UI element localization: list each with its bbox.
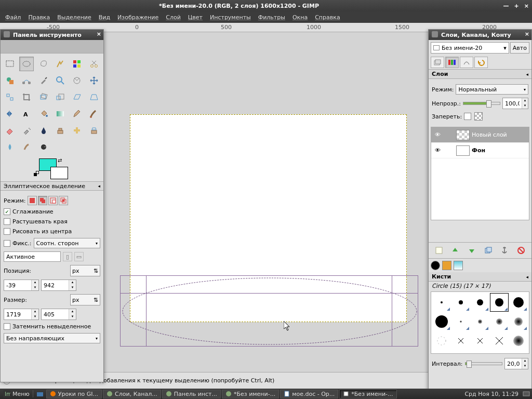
expand-icon[interactable]: ◂ xyxy=(98,183,100,189)
visibility-eye-icon[interactable]: 👁 xyxy=(431,131,444,138)
minimize-icon[interactable] xyxy=(432,31,438,37)
blur-tool[interactable] xyxy=(3,140,17,154)
from-center-checkbox[interactable] xyxy=(4,228,10,235)
orientation-portrait[interactable]: ▯ xyxy=(63,252,72,261)
layer-list[interactable]: 👁 Новый слой 👁 Фон xyxy=(431,127,529,220)
taskbar-item[interactable]: мое.doc - Op... xyxy=(280,390,338,398)
raise-layer-button[interactable] xyxy=(449,245,461,256)
default-colors-icon[interactable] xyxy=(34,171,39,176)
clone-tool[interactable] xyxy=(53,123,68,138)
brush-item[interactable] xyxy=(432,331,451,350)
layer-thumbnail[interactable] xyxy=(456,130,470,140)
brush-item[interactable] xyxy=(471,331,489,350)
brush-item[interactable] xyxy=(490,293,509,312)
scissors-select-tool[interactable] xyxy=(87,57,101,71)
expand-icon[interactable]: ◂ xyxy=(526,72,528,77)
active-input[interactable] xyxy=(4,251,61,262)
brush-item[interactable] xyxy=(451,293,470,312)
duplicate-layer-button[interactable] xyxy=(483,245,494,256)
menu-colors[interactable]: Цвет xyxy=(185,13,206,22)
brush-item[interactable] xyxy=(471,293,489,312)
close-icon[interactable]: × xyxy=(97,31,101,37)
menu-view[interactable]: Вид xyxy=(96,13,113,22)
measure-tool[interactable] xyxy=(70,73,84,88)
layer-row[interactable]: 👁 Новый слой xyxy=(431,127,529,143)
taskbar-item[interactable]: *Без имени-... xyxy=(339,390,396,398)
guides-select[interactable]: Без направляющих▾ xyxy=(4,333,100,343)
size-unit[interactable]: px⇅ xyxy=(70,294,100,305)
layer-row[interactable]: 👁 Фон xyxy=(431,143,529,158)
layer-name[interactable]: Новый слой xyxy=(472,131,507,138)
move-tool[interactable] xyxy=(87,73,101,88)
position-x[interactable]: ▴▾ xyxy=(4,280,39,291)
taskbar-item[interactable]: Уроки по GI... xyxy=(46,390,102,398)
brush-item[interactable] xyxy=(509,331,528,350)
clock[interactable]: Срд Ноя 10, 11:29 xyxy=(460,391,523,397)
tab-gradients-icon[interactable] xyxy=(454,261,463,270)
text-tool[interactable]: A xyxy=(19,107,34,121)
flip-tool[interactable] xyxy=(3,107,17,121)
start-menu[interactable]: lm Меню xyxy=(0,390,33,397)
tab-brushes-icon[interactable] xyxy=(431,261,440,270)
auto-button[interactable]: Авто xyxy=(510,42,529,54)
brush-item[interactable] xyxy=(432,312,451,331)
maximize-icon[interactable]: + xyxy=(514,3,519,9)
background-color[interactable] xyxy=(50,167,68,179)
tab-paths-icon[interactable] xyxy=(460,57,473,68)
tab-patterns-icon[interactable] xyxy=(442,261,451,270)
menu-windows[interactable]: Окна xyxy=(289,13,311,22)
brush-item[interactable] xyxy=(490,312,509,331)
darken-checkbox[interactable] xyxy=(4,323,10,330)
fuzzy-select-tool[interactable] xyxy=(53,57,68,71)
menu-tools[interactable]: Инструменты xyxy=(207,13,254,22)
layer-thumbnail[interactable] xyxy=(456,145,470,156)
taskbar[interactable]: lm Меню Уроки по GI... Слои, Канал... Па… xyxy=(0,389,532,399)
menu-select[interactable]: Выделение xyxy=(54,13,95,22)
shear-tool[interactable] xyxy=(70,90,84,104)
brush-grid[interactable] xyxy=(431,291,529,354)
tab-layers-icon[interactable] xyxy=(431,57,444,68)
minimize-icon[interactable]: — xyxy=(503,3,509,9)
menu-filters[interactable]: Фильтры xyxy=(255,13,288,22)
crop-tool[interactable] xyxy=(19,90,34,104)
bucket-fill-tool[interactable] xyxy=(36,107,51,121)
menu-help[interactable]: Справка xyxy=(312,13,343,22)
rect-select-tool[interactable] xyxy=(3,57,17,71)
feather-checkbox[interactable] xyxy=(4,218,10,225)
orientation-landscape[interactable]: ▭ xyxy=(74,252,84,261)
image-selector[interactable]: Без имени-20 ▾ xyxy=(431,42,509,54)
by-color-select-tool[interactable] xyxy=(70,57,84,71)
layers-panel-title[interactable]: Слои, Каналы, Конту × xyxy=(429,30,531,40)
mode-subtract[interactable] xyxy=(48,196,58,205)
lock-pixels-checkbox[interactable] xyxy=(464,113,471,120)
layer-name[interactable]: Фон xyxy=(472,147,485,154)
zoom-tool[interactable] xyxy=(53,73,68,88)
lower-layer-button[interactable] xyxy=(466,245,477,256)
mode-intersect[interactable] xyxy=(59,196,68,205)
ellipse-select-tool[interactable] xyxy=(19,57,34,71)
align-tool[interactable] xyxy=(3,90,17,104)
blend-mode-select[interactable]: Нормальный▾ xyxy=(456,84,528,95)
ink-tool[interactable] xyxy=(36,123,51,138)
toolbox-title[interactable]: Панель инструменто × xyxy=(1,30,103,40)
brush-item[interactable] xyxy=(490,331,509,350)
perspective-tool[interactable] xyxy=(87,90,101,104)
expand-icon[interactable]: ◂ xyxy=(526,274,528,280)
brushes-section-header[interactable]: Кисти ◂ xyxy=(429,272,531,282)
layers-section-header[interactable]: Слои ◂ xyxy=(429,70,531,79)
fixed-select[interactable]: Соотн. сторон▾ xyxy=(34,238,100,248)
rotate-tool[interactable] xyxy=(36,90,51,104)
pencil-tool[interactable] xyxy=(70,107,84,121)
interval-value[interactable]: ▴▾ xyxy=(504,358,528,369)
size-w[interactable]: ▴▾ xyxy=(4,309,39,320)
menu-layer[interactable]: Слой xyxy=(163,13,184,22)
brush-item[interactable] xyxy=(509,293,528,312)
size-h[interactable]: ▴▾ xyxy=(41,309,76,320)
color-picker-tool[interactable] xyxy=(36,73,51,88)
tray-icon[interactable] xyxy=(523,390,530,397)
close-icon[interactable]: × xyxy=(525,31,529,37)
antialias-checkbox[interactable]: ✔ xyxy=(4,208,10,215)
menubar[interactable]: Файл Правка Выделение Вид Изображение Сл… xyxy=(0,11,532,23)
foreground-select-tool[interactable] xyxy=(3,73,17,88)
brush-item[interactable] xyxy=(471,312,489,331)
